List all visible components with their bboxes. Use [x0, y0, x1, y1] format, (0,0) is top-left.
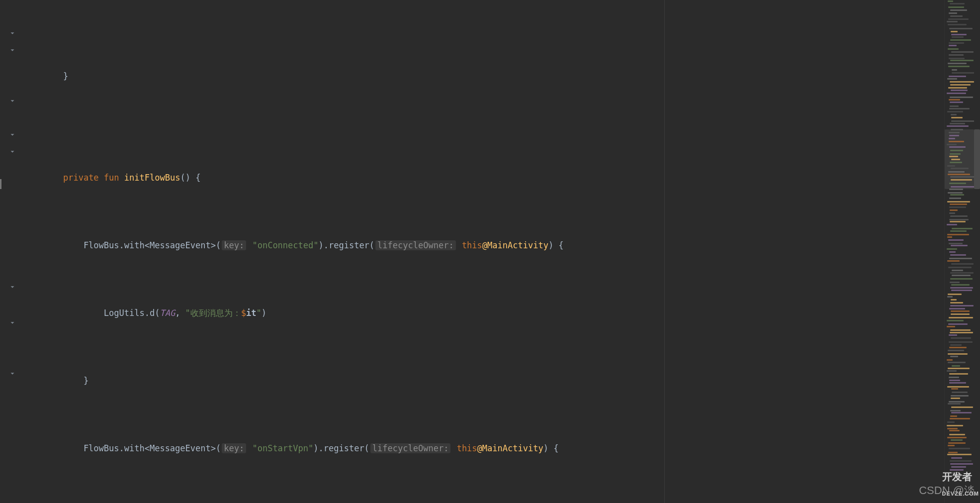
minimap-block [950, 418, 971, 419]
minimap[interactable] [944, 0, 974, 503]
minimap-block [949, 401, 965, 402]
minimap-block [949, 28, 973, 29]
minimap-block [948, 192, 962, 194]
minimap-block [948, 350, 964, 351]
minimap-block [949, 183, 966, 184]
minimap-block [948, 294, 961, 295]
minimap-block [949, 347, 966, 348]
minimap-block [949, 146, 966, 148]
minimap-block [948, 403, 961, 404]
minimap-block [950, 39, 971, 41]
code-line: private fun initFlowBus() { [43, 169, 944, 186]
minimap-block [951, 117, 963, 118]
minimap-block [949, 212, 955, 214]
scrollbar-thumb[interactable] [974, 129, 980, 189]
minimap-block [949, 448, 970, 449]
minimap-block [947, 144, 957, 145]
minimap-block [947, 78, 957, 80]
fold-chevron-icon[interactable] [9, 148, 16, 155]
minimap-block [951, 114, 957, 115]
param-hint: key: [222, 443, 246, 453]
minimap-block [947, 93, 966, 94]
minimap-block [950, 97, 974, 98]
minimap-block [950, 162, 962, 163]
minimap-block [951, 129, 963, 130]
minimap-block [950, 153, 961, 155]
minimap-block [950, 3, 965, 4]
minimap-block [949, 42, 964, 44]
minimap-block [949, 132, 960, 133]
minimap-block [948, 323, 968, 325]
code-line: FlowBus.with<MessageEvent>(key: "onConne… [43, 237, 944, 254]
fold-chevron-icon[interactable] [9, 47, 16, 54]
minimap-block [950, 344, 962, 346]
minimap-block [949, 54, 964, 56]
code-line: FlowBus.with<MessageEvent>(key: "onStart… [43, 440, 944, 457]
minimap-block [949, 45, 957, 46]
minimap-block [947, 111, 963, 112]
minimap-block [950, 302, 963, 303]
minimap-block [950, 230, 967, 232]
minimap-block [948, 18, 969, 20]
minimap-block [948, 362, 966, 363]
minimap-block [947, 21, 957, 22]
fold-chevron-icon[interactable] [9, 131, 16, 138]
fold-chevron-icon[interactable] [9, 370, 16, 377]
minimap-block [949, 108, 970, 109]
minimap-block [949, 373, 969, 375]
minimap-block [951, 466, 966, 468]
minimap-block [948, 6, 964, 8]
minimap-block [949, 189, 963, 190]
code-line [43, 118, 944, 135]
fold-chevron-icon[interactable] [9, 30, 16, 37]
minimap-block [950, 410, 961, 411]
minimap-block [952, 275, 971, 276]
minimap-block [949, 341, 973, 343]
minimap-block [951, 299, 957, 301]
minimap-block [950, 84, 971, 86]
minimap-block [949, 206, 966, 208]
minimap-block [951, 290, 973, 291]
vertical-scrollbar[interactable] [974, 0, 980, 503]
minimap-block [952, 228, 973, 229]
minimap-block [950, 60, 974, 61]
minimap-block [951, 406, 973, 408]
code-editor[interactable]: } private fun initFlowBus() { FlowBus.wi… [0, 0, 980, 503]
minimap-block [950, 194, 964, 196]
minimap-block [948, 239, 964, 241]
minimap-block [951, 388, 958, 390]
minimap-block [952, 365, 960, 367]
minimap-block [949, 135, 959, 136]
minimap-block [949, 258, 972, 259]
param-hint: lifecycleOwner: [370, 443, 451, 453]
minimap-block [951, 168, 968, 169]
minimap-block [951, 457, 963, 459]
minimap-block [951, 34, 967, 35]
code-line: LogUtils.d(TAG, "收到消息为：$it") [43, 304, 944, 321]
minimap-block [947, 326, 955, 327]
minimap-block [950, 460, 972, 462]
fold-chevron-icon[interactable] [9, 98, 16, 104]
change-marker [0, 179, 1, 189]
fold-chevron-icon[interactable] [9, 319, 16, 326]
minimap-block [949, 377, 959, 378]
minimap-block [947, 370, 956, 372]
fold-chevron-icon[interactable] [9, 284, 16, 291]
minimap-block [951, 31, 958, 32]
gutter [0, 0, 23, 503]
minimap-block [951, 186, 975, 188]
code-content[interactable]: } private fun initFlowBus() { FlowBus.wi… [23, 0, 944, 503]
minimap-block [947, 236, 953, 238]
minimap-block [948, 174, 970, 175]
minimap-block [948, 475, 963, 477]
minimap-block [949, 138, 956, 139]
minimap-block [949, 334, 957, 336]
minimap-block [949, 317, 974, 318]
minimap-block [951, 284, 970, 286]
minimap-block [951, 337, 971, 339]
minimap-block [949, 219, 969, 220]
minimap-block [949, 380, 960, 381]
minimap-block [952, 36, 964, 38]
minimap-block [947, 224, 957, 225]
minimap-block [949, 156, 958, 157]
